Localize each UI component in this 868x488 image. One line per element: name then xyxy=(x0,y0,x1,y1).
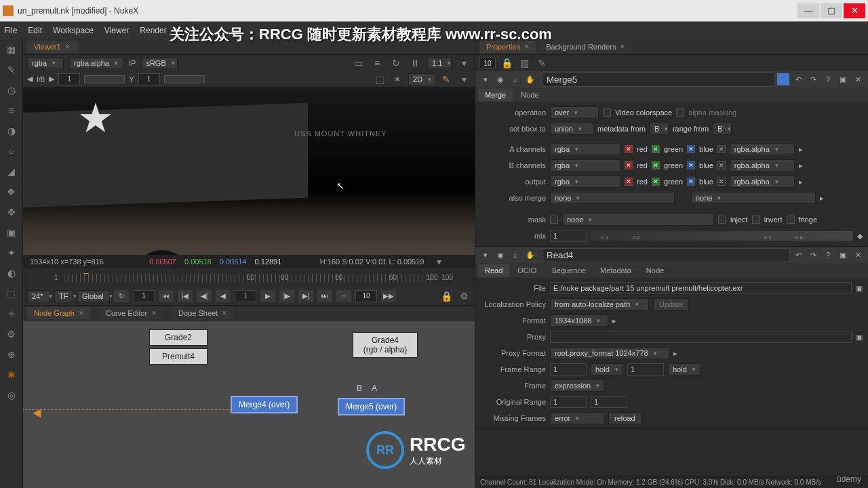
tool-draw-icon[interactable]: ✎ xyxy=(5,63,18,77)
help-icon[interactable]: ? xyxy=(822,73,834,85)
expand-icon[interactable]: ▸ xyxy=(612,317,616,325)
after-dropdown[interactable]: hold xyxy=(668,363,701,375)
channel-set-dropdown[interactable]: rgba xyxy=(27,57,64,69)
channel-dropdown[interactable]: rgba.alpha xyxy=(69,57,123,69)
find-icon[interactable]: ⌕ xyxy=(509,249,521,261)
tool-filter-icon[interactable]: ○ xyxy=(5,144,18,158)
close-button[interactable]: ✕ xyxy=(844,3,865,18)
play-icon[interactable]: ▶ xyxy=(260,290,275,302)
video-colorspace-checkbox[interactable] xyxy=(603,108,611,117)
viewer-image[interactable]: ★ USS MOUNT WHITNEY ↖ xyxy=(23,87,475,255)
bbox-dropdown[interactable]: union xyxy=(550,123,593,135)
tool-transform-icon[interactable]: ✥ xyxy=(5,205,18,219)
close-icon[interactable]: ✕ xyxy=(79,310,84,317)
tool-keyer-icon[interactable]: ◢ xyxy=(5,165,18,178)
color-swatch[interactable] xyxy=(777,73,789,85)
step-fwd-icon[interactable]: |▶ xyxy=(279,290,294,302)
node-merge4[interactable]: Merge4 (over) xyxy=(231,396,298,413)
step-input[interactable] xyxy=(355,290,377,302)
orig-end-input[interactable] xyxy=(591,396,627,408)
stop-icon[interactable]: ○ xyxy=(336,290,351,302)
expand-icon[interactable]: ▸ xyxy=(799,161,803,170)
fringe-checkbox[interactable] xyxy=(787,216,795,224)
mask-enable-checkbox[interactable] xyxy=(550,216,558,224)
range-dropdown[interactable]: B xyxy=(713,123,732,135)
folder-icon[interactable]: ▣ xyxy=(856,284,863,293)
tab-properties[interactable]: Properties ✕ xyxy=(479,41,536,53)
range-end-input[interactable] xyxy=(627,363,664,375)
float-icon[interactable]: ▣ xyxy=(837,249,849,261)
expand-icon[interactable]: ▸ xyxy=(799,178,803,186)
close-panel-icon[interactable]: ✕ xyxy=(852,249,864,261)
close-icon[interactable]: ✕ xyxy=(151,310,157,317)
global-dropdown[interactable]: Global xyxy=(77,290,110,302)
tool-merge-icon[interactable]: ❖ xyxy=(5,185,18,199)
loop-icon[interactable]: ↻ xyxy=(114,290,129,302)
redo-icon[interactable]: ↷ xyxy=(807,249,819,261)
y-input[interactable] xyxy=(138,73,160,85)
alpha-masking-checkbox[interactable] xyxy=(676,108,684,117)
menu-render[interactable]: Render xyxy=(140,26,166,35)
node-premult4[interactable]: Premult4 xyxy=(149,348,208,365)
exposure-slider[interactable] xyxy=(84,75,125,83)
blue-checkbox[interactable]: ✕ xyxy=(687,178,695,186)
close-icon[interactable]: ✕ xyxy=(524,43,530,50)
tool-image-icon[interactable]: ▦ xyxy=(5,43,18,56)
prev-key-icon[interactable]: |◀ xyxy=(178,290,193,302)
also-merge-dropdown[interactable]: none xyxy=(550,192,675,204)
reload-button[interactable]: reload xyxy=(608,412,642,424)
update-button[interactable]: Update xyxy=(653,298,689,310)
tab-read[interactable]: Read xyxy=(478,264,509,277)
maximize-button[interactable]: ▢ xyxy=(821,3,842,18)
roi-icon[interactable]: ⬚ xyxy=(373,73,387,86)
ip-toggle[interactable]: IP xyxy=(129,59,136,67)
blue-checkbox[interactable]: ✕ xyxy=(687,161,695,169)
anim-icon[interactable]: ◆ xyxy=(857,232,863,241)
a-alpha-dropdown[interactable]: rgba.alpha xyxy=(730,143,795,155)
proxy-format-dropdown[interactable]: root.proxy_format 1024x778 xyxy=(550,347,669,359)
zoom-dropdown[interactable]: 1:1 xyxy=(427,57,452,69)
frame-x-input[interactable] xyxy=(58,73,80,85)
tool-furnace-icon[interactable]: ✱ xyxy=(5,368,18,382)
output-dropdown[interactable]: rgba xyxy=(550,176,620,188)
tool-other-icon[interactable]: ⊕ xyxy=(5,348,18,361)
red-checkbox[interactable]: ✕ xyxy=(625,145,633,153)
tool-particles-icon[interactable]: ✦ xyxy=(5,246,18,260)
chevron-down-icon[interactable]: ▾ xyxy=(479,73,492,85)
file-input[interactable] xyxy=(550,282,852,294)
b-channels-dropdown[interactable]: rgba xyxy=(550,159,620,171)
operation-dropdown[interactable]: over xyxy=(550,106,599,119)
alpha-checkbox[interactable]: ✕ xyxy=(717,145,726,153)
refresh-icon[interactable]: ↻ xyxy=(389,56,403,70)
mix-input[interactable] xyxy=(550,230,587,242)
mix-slider[interactable]: 0.10.2 0.70.8 xyxy=(591,231,853,241)
tool-3d-icon[interactable]: ▣ xyxy=(5,226,18,239)
range-start-input[interactable] xyxy=(550,363,587,375)
undo-icon[interactable]: ↶ xyxy=(792,249,804,261)
max-panels-input[interactable] xyxy=(479,58,496,68)
next-key-icon[interactable]: ▶| xyxy=(298,290,313,302)
proxy-icon[interactable]: ✶ xyxy=(391,73,404,86)
close-icon[interactable]: ✕ xyxy=(222,310,227,317)
fps-dropdown[interactable]: 24* xyxy=(27,290,50,302)
metadata-dropdown[interactable]: B xyxy=(650,123,669,135)
current-frame-input[interactable] xyxy=(235,290,256,302)
tool-views-icon[interactable]: ⬚ xyxy=(5,287,18,300)
invert-checkbox[interactable] xyxy=(752,216,760,224)
menu-file[interactable]: File xyxy=(4,26,17,35)
localization-dropdown[interactable]: from auto-localize path xyxy=(550,298,649,310)
center-icon[interactable]: ◉ xyxy=(494,249,507,261)
tab-sequence[interactable]: Sequence xyxy=(545,264,592,277)
a-channels-dropdown[interactable]: rgba xyxy=(550,143,620,155)
menu-workspace[interactable]: Workspace xyxy=(53,26,94,35)
menu-edit[interactable]: Edit xyxy=(28,26,42,35)
first-frame-icon[interactable]: ⏮ xyxy=(159,290,174,302)
green-checkbox[interactable]: ✕ xyxy=(652,161,660,169)
step-back-icon[interactable]: ◀| xyxy=(197,290,212,302)
next-frame-icon[interactable]: ▶ xyxy=(49,75,54,83)
node-merge5[interactable]: Merge5 (over) xyxy=(338,398,405,415)
node-name-input[interactable] xyxy=(542,248,789,262)
expand-icon[interactable]: ▸ xyxy=(799,145,803,154)
timeline[interactable]: 1 ▼ 60 60 80 60 100 100 xyxy=(23,268,475,287)
undo-icon[interactable]: ↶ xyxy=(792,73,804,85)
